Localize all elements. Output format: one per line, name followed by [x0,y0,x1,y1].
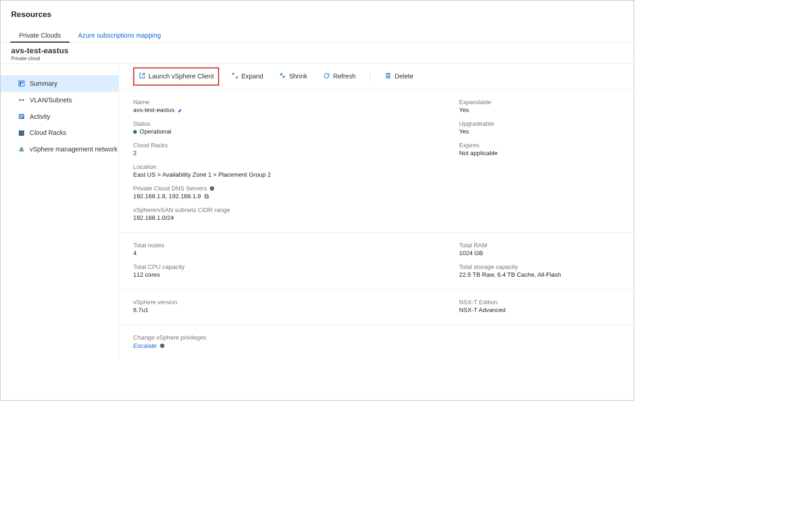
vsphere-version-label: vSphere version [133,299,459,306]
svg-rect-4 [19,115,23,116]
refresh-button[interactable]: Refresh [320,70,359,83]
svg-point-10 [20,147,23,151]
toolbar: Launch vSphere Client Expand Shrink [119,64,634,89]
sidebar-item-activity[interactable]: Activity [0,108,119,125]
nsx-edition-label: NSX-T Edition [459,299,506,306]
sidebar-item-summary[interactable]: Summary [0,75,119,92]
svg-text:i: i [211,187,212,190]
total-storage-value: 22.5 TB Raw, 6.4 TB Cache, All-Flash [459,271,561,279]
svg-text:i: i [162,344,163,347]
location-label: Location [133,163,459,171]
racks-icon [17,129,25,137]
svg-rect-8 [19,132,24,134]
delete-button[interactable]: Delete [381,70,417,83]
sidebar-item-label: VLAN/Subnets [30,96,72,104]
copy-icon[interactable] [204,194,209,199]
total-nodes-value: 4 [133,250,459,257]
sidebar-item-cloudracks[interactable]: Cloud Racks [0,125,119,141]
status-value: Operational [140,128,171,136]
location-value: East US > Availability Zone 1 > Placemen… [133,171,459,178]
versions-section: vSphere version 6.7u1 NSX-T Edition NSX-… [119,290,634,325]
info-icon[interactable]: i [160,343,165,348]
sidebar-item-vlan[interactable]: VLAN/Subnets [0,92,119,108]
external-link-icon [138,72,146,81]
status-dot-icon [133,130,137,134]
cidr-value: 192.168.1.0/24 [133,214,459,222]
svg-rect-9 [19,134,24,135]
svg-rect-1 [20,82,21,85]
sidebar-item-label: Summary [30,80,57,87]
total-cpu-label: Total CPU capacity [133,263,459,271]
svg-rect-15 [205,195,208,197]
escalate-link[interactable]: Escalate [133,342,157,350]
sidebar: Summary VLAN/Subnets Activity Cloud Rack… [0,64,119,360]
expandable-value: Yes [459,107,497,114]
toolbar-label: Launch vSphere Client [149,73,214,80]
toolbar-label: Shrink [289,73,307,80]
page-title: Resources [11,10,634,19]
shrink-button[interactable]: Shrink [276,70,311,83]
edit-icon[interactable] [177,107,183,113]
privileges-section: Change vSphere privileges Escalate i [119,325,634,360]
toolbar-label: Refresh [333,73,356,80]
cidr-label: vSphere/vSAN subnets CIDR range [133,206,459,214]
total-nodes-label: Total nodes [133,242,459,249]
expand-button[interactable]: Expand [228,70,267,83]
svg-rect-2 [22,82,23,83]
dns-label: Private Cloud DNS Servers [133,185,207,192]
svg-rect-11 [19,151,24,151]
upgradeable-label: Upgradeable [459,120,497,128]
shrink-icon [279,72,287,81]
summary-section: Name avs-test-eastus Status Operation [119,89,634,233]
toolbar-separator [370,71,370,82]
refresh-icon [323,72,331,81]
total-storage-label: Total storage capacity [459,263,561,271]
expires-label: Expires [459,142,497,149]
sidebar-item-label: vSphere management network [30,145,117,153]
summary-icon [17,79,25,87]
sidebar-item-vsphere-net[interactable]: vSphere management network [0,141,119,158]
total-ram-value: 1024 GB [459,250,561,257]
capacity-section: Total nodes 4 Total CPU capacity 112 cor… [119,233,634,290]
sidebar-item-label: Activity [30,113,50,120]
nsx-edition-value: NSX-T Advanced [459,307,506,314]
vsphere-version-value: 6.7u1 [133,307,459,314]
total-ram-label: Total RAM [459,242,561,249]
launch-vsphere-button[interactable]: Launch vSphere Client [137,70,215,83]
upgradeable-value: Yes [459,128,497,136]
cloud-subtitle: Private cloud [11,56,634,61]
total-cpu-value: 112 cores [133,271,459,279]
network-icon [17,96,25,104]
tabs-bar: Private Clouds Azure subscriptions mappi… [0,19,634,43]
toolbar-label: Expand [241,73,263,80]
trash-icon [385,72,392,81]
cloudracks-label: Cloud Racks [133,142,459,149]
vsphere-net-icon [17,145,25,153]
expand-icon [232,72,239,81]
name-label: Name [133,99,459,106]
dns-value: 192.168.1.8, 192.168.1.9 [133,193,201,200]
privileges-label: Change vSphere privileges [133,335,459,342]
tab-subscriptions-mapping[interactable]: Azure subscriptions mapping [77,29,162,42]
sidebar-item-label: Cloud Racks [30,129,66,137]
svg-rect-7 [19,131,24,132]
tab-private-clouds[interactable]: Private Clouds [17,29,62,42]
info-icon[interactable]: i [209,186,215,191]
svg-rect-14 [206,195,209,198]
cloudracks-value: 2 [133,150,459,157]
launch-highlight: Launch vSphere Client [133,67,220,86]
name-value: avs-test-eastus [133,107,175,114]
cloud-name-heading: avs-test-eastus [11,46,634,56]
svg-rect-5 [19,116,23,117]
toolbar-label: Delete [395,73,414,80]
svg-rect-0 [19,81,24,86]
svg-rect-6 [19,117,22,118]
status-label: Status [133,120,459,128]
activity-icon [17,112,25,120]
expires-value: Not applicable [459,150,497,157]
expandable-label: Expandable [459,99,497,106]
